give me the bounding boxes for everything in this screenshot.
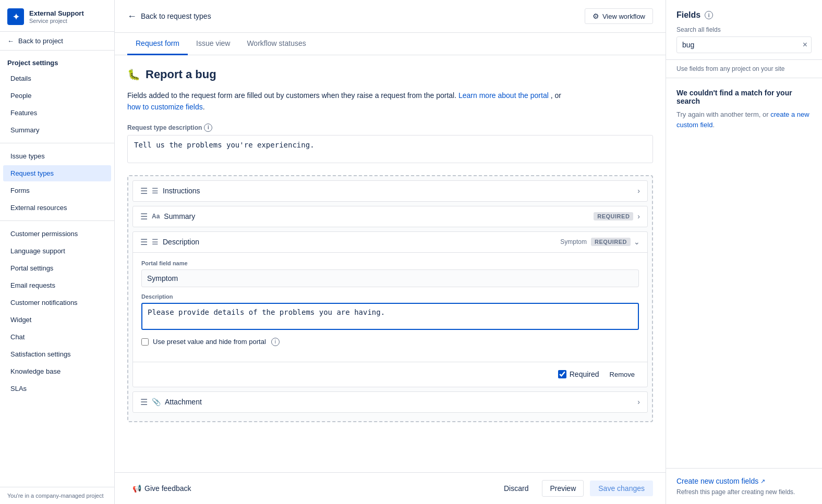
right-panel-footer: Create new custom fields ↗ Refresh this … <box>666 468 822 504</box>
sidebar-item-knowledge-base[interactable]: Knowledge base <box>3 363 111 379</box>
tab-request-form[interactable]: Request form <box>127 33 188 55</box>
no-match-text: Try again with another term, or create a… <box>676 109 812 130</box>
sidebar-item-customer-permissions[interactable]: Customer permissions <box>3 226 111 242</box>
chevron-right-icon: › <box>637 212 640 220</box>
field-row-instructions[interactable]: ☰ ☰ Instructions › <box>132 180 648 202</box>
learn-more-link[interactable]: Learn more about the portal <box>458 91 549 100</box>
preset-info-icon[interactable]: i <box>271 338 280 346</box>
expanded-description-footer: Required Remove <box>133 362 647 387</box>
back-to-request-types-label: Back to request types <box>141 12 211 20</box>
page-description: Fields added to the request form are fil… <box>127 90 653 113</box>
tabs-bar: Request form Issue view Workflow statuse… <box>115 33 666 55</box>
search-wrapper: × <box>676 36 812 53</box>
create-custom-fields-link[interactable]: Create new custom fields ↗ <box>676 477 812 485</box>
tab-issue-view[interactable]: Issue view <box>188 33 238 55</box>
required-label: Required <box>570 370 599 378</box>
chevron-right-icon: › <box>637 187 640 195</box>
drag-handle-icon: ☰ <box>140 237 148 247</box>
sidebar-item-satisfaction-settings[interactable]: Satisfaction settings <box>3 346 111 362</box>
field-row-description: ☰ ☰ Description Symptom REQUIRED ⌄ Porta… <box>132 231 648 387</box>
drag-handle-icon: ☰ <box>140 212 148 222</box>
sidebar-header: ✦ External Support Service project <box>0 0 114 32</box>
drag-handle-icon: ☰ <box>140 186 148 196</box>
sidebar-item-details[interactable]: Details <box>3 70 111 87</box>
sidebar-item-people[interactable]: People <box>3 88 111 104</box>
app-logo: ✦ <box>7 8 24 25</box>
sidebar-item-customer-notifications[interactable]: Customer notifications <box>3 294 111 311</box>
sidebar-item-language-support[interactable]: Language support <box>3 243 111 259</box>
request-type-description-input[interactable]: Tell us the problems you're experiencing… <box>127 135 653 163</box>
field-row-description-header[interactable]: ☰ ☰ Description Symptom REQUIRED ⌄ <box>133 232 647 252</box>
search-input[interactable] <box>676 36 812 53</box>
view-workflow-button[interactable]: ⚙ View workflow <box>585 8 653 24</box>
sidebar-item-request-types[interactable]: Request types <box>3 165 111 181</box>
no-match-title: We couldn't find a match for your search <box>676 89 812 105</box>
search-clear-button[interactable]: × <box>803 40 807 50</box>
sidebar-divider-1 <box>0 143 114 143</box>
sidebar-item-forms[interactable]: Forms <box>3 182 111 199</box>
use-preset-label: Use preset value and hide from portal <box>153 338 266 346</box>
sidebar-item-issue-types[interactable]: Issue types <box>3 148 111 164</box>
search-label: Search all fields <box>676 26 812 33</box>
field-row-attachment[interactable]: ☰ 📎 Attachment › <box>132 391 648 413</box>
workflow-icon: ⚙ <box>593 12 599 20</box>
use-preset-row: Use preset value and hide from portal i <box>141 338 639 346</box>
attachment-icon: 📎 <box>152 398 161 406</box>
tab-workflow-statuses[interactable]: Workflow statuses <box>238 33 314 55</box>
use-preset-checkbox[interactable] <box>141 338 149 346</box>
field-name-summary: Summary <box>164 212 589 220</box>
chevron-right-icon: › <box>637 398 640 406</box>
remove-field-button[interactable]: Remove <box>605 367 640 382</box>
sidebar-item-widget[interactable]: Widget <box>3 312 111 328</box>
project-name: External Support <box>29 9 84 18</box>
topbar: ← Back to request types ⚙ View workflow <box>115 0 666 33</box>
request-type-description-label: Request type description i <box>127 124 653 132</box>
sidebar: ✦ External Support Service project ← Bac… <box>0 0 115 504</box>
field-name-instructions: Instructions <box>163 187 633 195</box>
field-name-attachment: Attachment <box>165 398 633 406</box>
portal-field-name-input[interactable] <box>141 269 639 287</box>
sidebar-item-slas[interactable]: SLAs <box>3 380 111 397</box>
back-to-project-label: Back to project <box>18 37 63 45</box>
portal-field-name-label: Portal field name <box>141 260 639 266</box>
save-changes-button[interactable]: Save changes <box>590 481 653 496</box>
required-field-checkbox[interactable] <box>558 370 566 378</box>
sidebar-item-features[interactable]: Features <box>3 105 111 121</box>
field-name-description: Description <box>163 238 560 246</box>
sidebar-item-summary[interactable]: Summary <box>3 122 111 138</box>
discard-button[interactable]: Discard <box>497 481 536 496</box>
give-feedback-button[interactable]: 📢 Give feedback <box>127 481 197 496</box>
page-title: 🐛 Report a bug <box>127 68 653 81</box>
drag-handle-icon: ☰ <box>140 397 148 407</box>
project-type: Service project <box>29 18 84 24</box>
right-panel: Fields i Search all fields × Use fields … <box>666 0 822 504</box>
required-checkbox-row: Required <box>558 370 599 378</box>
description-field-input[interactable]: Please provide details of the problems y… <box>141 303 639 330</box>
sidebar-footer: You're in a company-managed project <box>0 487 114 504</box>
megaphone-icon: 📢 <box>132 484 141 493</box>
description-field-label: Description <box>141 293 639 300</box>
symptom-tag: Symptom <box>560 238 587 245</box>
description-info-icon[interactable]: i <box>204 124 212 132</box>
back-to-request-types-button[interactable]: ← Back to request types <box>127 11 211 22</box>
summary-icon: Aa <box>152 213 160 220</box>
sidebar-item-external-resources[interactable]: External resources <box>3 200 111 216</box>
back-icon: ← <box>7 37 14 45</box>
sidebar-item-portal-settings[interactable]: Portal settings <box>3 260 111 276</box>
sidebar-item-email-requests[interactable]: Email requests <box>3 277 111 293</box>
chevron-down-icon: ⌄ <box>634 238 640 246</box>
customize-fields-link[interactable]: how to customize fields <box>127 103 203 111</box>
bug-icon: 🐛 <box>127 68 140 81</box>
sidebar-item-chat[interactable]: Chat <box>3 329 111 345</box>
right-panel-header: Fields i Search all fields × <box>666 0 822 60</box>
field-row-summary[interactable]: ☰ Aa Summary REQUIRED › <box>132 206 648 227</box>
fields-info-icon[interactable]: i <box>705 11 713 19</box>
summary-required-badge: REQUIRED <box>594 212 633 220</box>
sidebar-divider-2 <box>0 220 114 221</box>
back-to-project-button[interactable]: ← Back to project <box>0 32 114 51</box>
sidebar-section-title: Project settings <box>0 51 114 70</box>
back-arrow-icon: ← <box>127 11 137 22</box>
description-required-badge: REQUIRED <box>591 238 631 246</box>
right-panel-title: Fields i <box>676 10 812 20</box>
preview-button[interactable]: Preview <box>542 480 584 497</box>
